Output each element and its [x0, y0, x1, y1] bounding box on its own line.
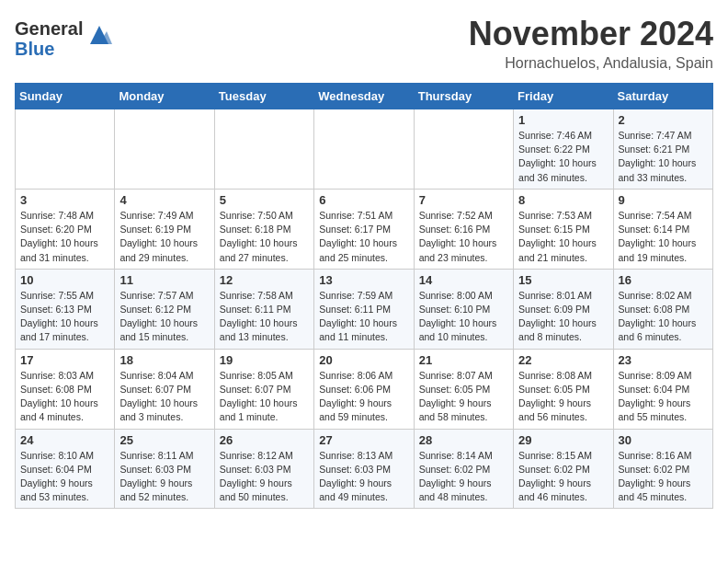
day-cell: 18Sunrise: 8:04 AM Sunset: 6:07 PM Dayli…: [115, 349, 214, 429]
header-cell-saturday: Saturday: [613, 84, 712, 109]
day-number: 30: [619, 433, 708, 447]
day-cell: 30Sunrise: 8:16 AM Sunset: 6:02 PM Dayli…: [613, 429, 712, 509]
day-info: Sunrise: 7:51 AM Sunset: 6:17 PM Dayligh…: [319, 209, 408, 265]
day-cell: [16, 109, 115, 190]
day-info: Sunrise: 8:12 AM Sunset: 6:03 PM Dayligh…: [220, 449, 309, 505]
day-number: 12: [220, 273, 309, 287]
day-info: Sunrise: 8:16 AM Sunset: 6:02 PM Dayligh…: [619, 449, 708, 505]
day-number: 1: [518, 113, 608, 127]
day-info: Sunrise: 7:47 AM Sunset: 6:21 PM Dayligh…: [619, 129, 708, 185]
title-area: November 2024 Hornachuelos, Andalusia, S…: [469, 15, 713, 72]
day-info: Sunrise: 8:13 AM Sunset: 6:03 PM Dayligh…: [319, 449, 408, 505]
day-info: Sunrise: 7:46 AM Sunset: 6:22 PM Dayligh…: [518, 129, 608, 185]
day-cell: [314, 109, 414, 190]
day-info: Sunrise: 8:04 AM Sunset: 6:07 PM Dayligh…: [119, 369, 209, 425]
day-number: 22: [518, 353, 608, 367]
day-info: Sunrise: 8:02 AM Sunset: 6:08 PM Dayligh…: [619, 289, 708, 345]
day-info: Sunrise: 7:52 AM Sunset: 6:16 PM Dayligh…: [419, 209, 508, 265]
day-cell: 10Sunrise: 7:55 AM Sunset: 6:13 PM Dayli…: [16, 269, 115, 349]
day-info: Sunrise: 8:07 AM Sunset: 6:05 PM Dayligh…: [419, 369, 508, 425]
day-cell: 27Sunrise: 8:13 AM Sunset: 6:03 PM Dayli…: [314, 429, 414, 509]
day-cell: 20Sunrise: 8:06 AM Sunset: 6:06 PM Dayli…: [314, 349, 414, 429]
day-number: 23: [619, 353, 708, 367]
day-cell: 5Sunrise: 7:50 AM Sunset: 6:18 PM Daylig…: [214, 189, 313, 269]
day-info: Sunrise: 7:53 AM Sunset: 6:15 PM Dayligh…: [518, 209, 608, 265]
day-info: Sunrise: 8:05 AM Sunset: 6:07 PM Dayligh…: [220, 369, 309, 425]
header-cell-monday: Monday: [115, 84, 214, 109]
day-cell: 17Sunrise: 8:03 AM Sunset: 6:08 PM Dayli…: [16, 349, 115, 429]
day-number: 19: [220, 353, 309, 367]
day-number: 15: [518, 273, 608, 287]
day-info: Sunrise: 8:06 AM Sunset: 6:06 PM Dayligh…: [319, 369, 408, 425]
location-title: Hornachuelos, Andalusia, Spain: [469, 55, 713, 72]
header-row: SundayMondayTuesdayWednesdayThursdayFrid…: [16, 84, 713, 109]
day-number: 18: [119, 353, 209, 367]
day-cell: 4Sunrise: 7:49 AM Sunset: 6:19 PM Daylig…: [115, 189, 214, 269]
day-cell: 29Sunrise: 8:15 AM Sunset: 6:02 PM Dayli…: [514, 429, 613, 509]
day-info: Sunrise: 8:15 AM Sunset: 6:02 PM Dayligh…: [518, 449, 608, 505]
day-info: Sunrise: 8:01 AM Sunset: 6:09 PM Dayligh…: [518, 289, 608, 345]
logo: General Blue: [15, 18, 112, 59]
day-cell: [115, 109, 214, 190]
day-cell: 15Sunrise: 8:01 AM Sunset: 6:09 PM Dayli…: [514, 269, 613, 349]
day-number: 21: [419, 353, 508, 367]
day-number: 3: [20, 193, 109, 207]
day-info: Sunrise: 7:50 AM Sunset: 6:18 PM Dayligh…: [220, 209, 309, 265]
calendar-table: SundayMondayTuesdayWednesdayThursdayFrid…: [15, 83, 713, 509]
day-cell: 1Sunrise: 7:46 AM Sunset: 6:22 PM Daylig…: [514, 109, 613, 190]
month-title: November 2024: [469, 15, 713, 53]
day-cell: 19Sunrise: 8:05 AM Sunset: 6:07 PM Dayli…: [214, 349, 313, 429]
day-info: Sunrise: 8:03 AM Sunset: 6:08 PM Dayligh…: [20, 369, 109, 425]
day-cell: 22Sunrise: 8:08 AM Sunset: 6:05 PM Dayli…: [514, 349, 613, 429]
day-number: 29: [518, 433, 608, 447]
day-info: Sunrise: 7:48 AM Sunset: 6:20 PM Dayligh…: [20, 209, 109, 265]
day-number: 11: [119, 273, 209, 287]
day-cell: 13Sunrise: 7:59 AM Sunset: 6:11 PM Dayli…: [314, 269, 414, 349]
day-info: Sunrise: 7:54 AM Sunset: 6:14 PM Dayligh…: [619, 209, 708, 265]
day-number: 13: [319, 273, 408, 287]
day-number: 7: [419, 193, 508, 207]
day-number: 20: [319, 353, 408, 367]
day-info: Sunrise: 8:09 AM Sunset: 6:04 PM Dayligh…: [619, 369, 708, 425]
day-number: 9: [619, 193, 708, 207]
day-number: 10: [20, 273, 109, 287]
day-number: 28: [419, 433, 508, 447]
day-cell: 21Sunrise: 8:07 AM Sunset: 6:05 PM Dayli…: [414, 349, 513, 429]
day-number: 16: [619, 273, 708, 287]
day-info: Sunrise: 8:00 AM Sunset: 6:10 PM Dayligh…: [419, 289, 508, 345]
day-cell: [414, 109, 513, 190]
day-cell: 28Sunrise: 8:14 AM Sunset: 6:02 PM Dayli…: [414, 429, 513, 509]
day-cell: 6Sunrise: 7:51 AM Sunset: 6:17 PM Daylig…: [314, 189, 414, 269]
day-number: 26: [220, 433, 309, 447]
day-info: Sunrise: 7:59 AM Sunset: 6:11 PM Dayligh…: [319, 289, 408, 345]
header-cell-thursday: Thursday: [414, 84, 513, 109]
week-row-5: 24Sunrise: 8:10 AM Sunset: 6:04 PM Dayli…: [16, 429, 713, 509]
week-row-4: 17Sunrise: 8:03 AM Sunset: 6:08 PM Dayli…: [16, 349, 713, 429]
day-info: Sunrise: 8:14 AM Sunset: 6:02 PM Dayligh…: [419, 449, 508, 505]
day-cell: 26Sunrise: 8:12 AM Sunset: 6:03 PM Dayli…: [214, 429, 313, 509]
day-info: Sunrise: 8:10 AM Sunset: 6:04 PM Dayligh…: [20, 449, 109, 505]
header-cell-tuesday: Tuesday: [214, 84, 313, 109]
day-info: Sunrise: 7:55 AM Sunset: 6:13 PM Dayligh…: [20, 289, 109, 345]
day-number: 14: [419, 273, 508, 287]
logo-icon: [86, 22, 112, 48]
day-number: 8: [518, 193, 608, 207]
day-number: 6: [319, 193, 408, 207]
week-row-3: 10Sunrise: 7:55 AM Sunset: 6:13 PM Dayli…: [16, 269, 713, 349]
logo-blue: Blue: [15, 39, 83, 59]
day-cell: 14Sunrise: 8:00 AM Sunset: 6:10 PM Dayli…: [414, 269, 513, 349]
day-cell: 2Sunrise: 7:47 AM Sunset: 6:21 PM Daylig…: [613, 109, 712, 190]
day-cell: 12Sunrise: 7:58 AM Sunset: 6:11 PM Dayli…: [214, 269, 313, 349]
day-cell: 16Sunrise: 8:02 AM Sunset: 6:08 PM Dayli…: [613, 269, 712, 349]
day-cell: 23Sunrise: 8:09 AM Sunset: 6:04 PM Dayli…: [613, 349, 712, 429]
header-cell-friday: Friday: [514, 84, 613, 109]
header-cell-wednesday: Wednesday: [314, 84, 414, 109]
day-cell: 11Sunrise: 7:57 AM Sunset: 6:12 PM Dayli…: [115, 269, 214, 349]
logo-general: General: [15, 18, 83, 39]
day-info: Sunrise: 7:49 AM Sunset: 6:19 PM Dayligh…: [119, 209, 209, 265]
header: General Blue November 2024 Hornachuelos,…: [15, 15, 713, 72]
day-info: Sunrise: 7:58 AM Sunset: 6:11 PM Dayligh…: [220, 289, 309, 345]
day-info: Sunrise: 8:11 AM Sunset: 6:03 PM Dayligh…: [119, 449, 209, 505]
day-info: Sunrise: 7:57 AM Sunset: 6:12 PM Dayligh…: [119, 289, 209, 345]
day-cell: 25Sunrise: 8:11 AM Sunset: 6:03 PM Dayli…: [115, 429, 214, 509]
